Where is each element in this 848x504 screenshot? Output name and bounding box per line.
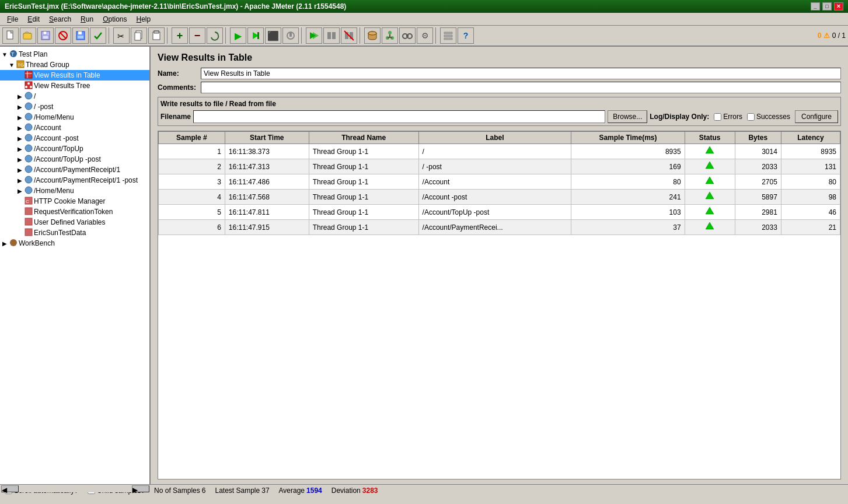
svg-rect-10 <box>78 36 83 38</box>
stop-btn[interactable]: ⬛ <box>265 27 281 44</box>
sidebar-item-ericsuntestdata[interactable]: EricSunTestData <box>0 228 149 238</box>
toggle-account-topup[interactable]: ▶ <box>16 145 23 152</box>
menu-run[interactable]: Run <box>76 13 98 25</box>
sidebar-item-account-post[interactable]: ▶ /Account -post <box>0 133 149 144</box>
paste-btn[interactable] <box>148 27 165 44</box>
add-btn[interactable]: + <box>172 27 188 44</box>
db-btn[interactable] <box>364 27 381 44</box>
cut-btn[interactable]: ✂ <box>113 27 130 44</box>
toolbar-sep4 <box>301 27 303 44</box>
name-input[interactable] <box>201 68 841 79</box>
comments-input[interactable] <box>201 82 841 93</box>
sidebar-item-workbench[interactable]: ▶ WorkBench <box>0 238 149 249</box>
status-cell <box>685 144 735 159</box>
remote-exit-btn[interactable] <box>341 27 357 44</box>
sidebar-item-home-menu[interactable]: ▶ /Home/Menu <box>0 112 149 123</box>
menu-search[interactable]: Search <box>44 13 76 25</box>
remote-stop-btn[interactable] <box>323 27 340 44</box>
open-btn[interactable] <box>20 27 36 44</box>
toggle-home-menu2[interactable]: ▶ <box>16 187 23 194</box>
menu-edit[interactable]: Edit <box>23 13 44 25</box>
svg-point-60 <box>25 145 32 152</box>
svg-point-55 <box>25 92 32 99</box>
toggle-threadgroup[interactable]: ▼ <box>8 61 15 68</box>
binoculars-btn[interactable] <box>399 27 416 44</box>
sidebar-scrollbar[interactable]: ◀ ▶ <box>0 484 151 492</box>
sidebar-item-account-topup-post[interactable]: ▶ /Account/TopUp -post <box>0 154 149 164</box>
browse-btn[interactable]: Browse... <box>608 110 647 123</box>
status-cell <box>685 190 735 205</box>
results-tbody: 1 16:11:38.373 Thread Group 1-1 / 8935 3… <box>159 144 840 235</box>
svg-rect-5 <box>43 36 48 39</box>
slash-post-icon <box>25 102 33 111</box>
cell-sample: 5 <box>159 205 225 220</box>
remove-btn[interactable]: − <box>189 27 205 44</box>
sidebar-item-http-cookie[interactable]: C HTTP Cookie Manager <box>0 196 149 206</box>
shutdown-btn[interactable] <box>282 27 299 44</box>
errors-checkbox-label[interactable]: Errors <box>714 113 742 121</box>
successes-checkbox-label[interactable]: Successes <box>747 113 790 121</box>
save-disk-btn[interactable] <box>72 27 89 44</box>
sidebar-item-view-results-table[interactable]: View Results in Table <box>0 70 149 80</box>
sidebar-item-testplan[interactable]: ▼ T Test Plan <box>0 49 149 60</box>
sidebar-item-threadgroup[interactable]: ▼ TG Thread Group <box>0 60 149 70</box>
successes-checkbox[interactable] <box>747 113 755 121</box>
toggle-paymentreceipt1[interactable]: ▶ <box>16 166 23 173</box>
svg-line-7 <box>60 33 66 38</box>
sidebar-item-req-verif[interactable]: RequestVerificationToken <box>0 206 149 217</box>
start-notimer-btn[interactable] <box>247 27 264 44</box>
sidebar-item-paymentreceipt1-post[interactable]: ▶ /Account/PaymentReceipt/1 -post <box>0 175 149 186</box>
function-helper-btn[interactable]: ⚙ <box>417 27 433 44</box>
menu-file[interactable]: File <box>2 13 23 25</box>
list-btn[interactable] <box>440 27 456 44</box>
table-row: 4 16:11:47.568 Thread Group 1-1 /Account… <box>159 190 840 205</box>
toggle-account-topup-post[interactable]: ▶ <box>16 156 23 163</box>
save-btn[interactable] <box>37 27 54 44</box>
menu-help[interactable]: Help <box>132 13 156 25</box>
title-text: EricSunTest.jmx (E:\Software\apache-jmet… <box>5 2 346 10</box>
close-btn[interactable]: ✕ <box>834 2 843 10</box>
help-btn[interactable]: ? <box>458 27 474 44</box>
sidebar-item-paymentreceipt1[interactable]: ▶ /Account/PaymentReceipt/1 <box>0 164 149 175</box>
revert-btn[interactable] <box>55 27 71 44</box>
toggle-vrtree <box>16 82 23 89</box>
remote-start-btn[interactable] <box>306 27 322 44</box>
scroll-right-btn[interactable]: ▶ <box>132 485 149 492</box>
sidebar-item-slash-post[interactable]: ▶ / -post <box>0 102 149 112</box>
table-row: 2 16:11:47.313 Thread Group 1-1 / -post … <box>159 159 840 174</box>
scroll-left-btn[interactable]: ◀ <box>1 485 19 492</box>
svg-rect-24 <box>327 32 331 39</box>
new-btn[interactable] <box>2 27 19 44</box>
toggle-paymentreceipt1-post[interactable]: ▶ <box>16 177 23 184</box>
toggle-account[interactable]: ▶ <box>16 124 23 131</box>
toggle-workbench[interactable]: ▶ <box>1 240 8 247</box>
toggle-home-menu[interactable]: ▶ <box>16 114 23 121</box>
sidebar-item-account-topup[interactable]: ▶ /Account/TopUp <box>0 144 149 154</box>
cell-bytes: 2705 <box>735 174 781 190</box>
svg-point-61 <box>25 155 32 162</box>
tree-view-btn[interactable] <box>382 27 398 44</box>
toggle-testplan[interactable]: ▼ <box>1 51 8 58</box>
toggle-slash-post[interactable]: ▶ <box>16 103 23 110</box>
start-btn[interactable]: ▶ <box>230 27 246 44</box>
refresh-btn[interactable] <box>207 27 223 44</box>
menu-options[interactable]: Options <box>98 13 131 25</box>
svg-line-35 <box>388 37 390 38</box>
sidebar-item-home-menu2[interactable]: ▶ /Home/Menu <box>0 186 149 196</box>
toggle-account-post[interactable]: ▶ <box>16 135 23 142</box>
minimize-btn[interactable]: _ <box>811 2 820 10</box>
sidebar-item-slash[interactable]: ▶ / <box>0 91 149 102</box>
verify-btn[interactable] <box>90 27 106 44</box>
titlebar: EricSunTest.jmx (E:\Software\apache-jmet… <box>0 0 848 13</box>
filename-input[interactable] <box>193 110 605 123</box>
copy-btn[interactable] <box>131 27 147 44</box>
maximize-btn[interactable]: □ <box>822 2 832 10</box>
sidebar-item-account[interactable]: ▶ /Account <box>0 123 149 133</box>
toggle-slash[interactable]: ▶ <box>16 93 23 100</box>
sidebar-item-user-defined[interactable]: User Defined Variables <box>0 217 149 228</box>
errors-checkbox[interactable] <box>714 113 721 121</box>
sidebar-item-view-results-tree[interactable]: View Results Tree <box>0 80 149 91</box>
account-topup-post-label: /Account/TopUp -post <box>34 155 101 163</box>
results-panel: View Results in Table Name: Comments: Wr… <box>153 49 846 482</box>
configure-btn[interactable]: Configure <box>795 110 838 123</box>
